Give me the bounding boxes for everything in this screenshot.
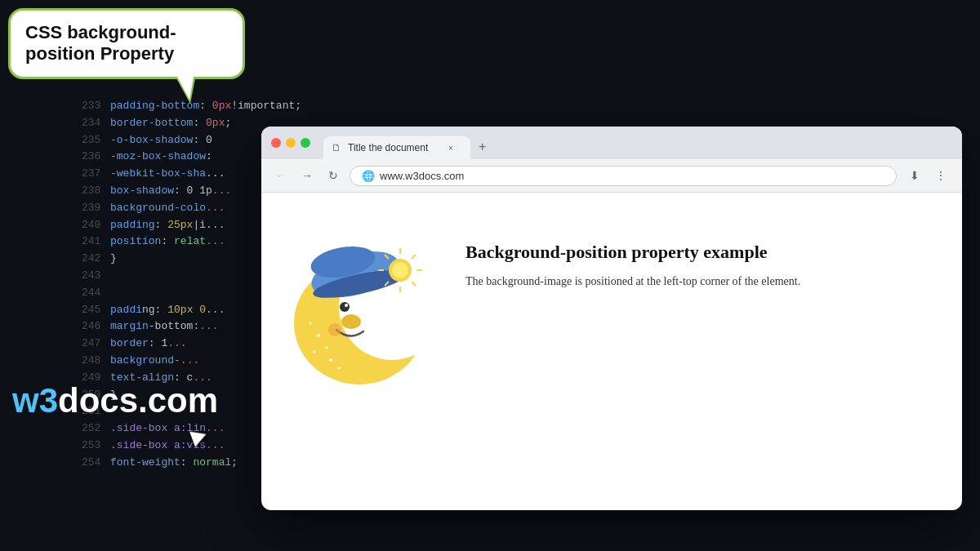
secure-icon: 🌐: [362, 170, 375, 182]
svg-point-5: [340, 302, 350, 312]
svg-line-18: [412, 255, 416, 259]
url-field[interactable]: 🌐 www.w3docs.com: [350, 166, 897, 186]
com-text: .com: [138, 381, 218, 420]
speech-bubble-text: CSS background-position Property: [25, 22, 228, 65]
w3docs-logo: w3docs.com: [12, 381, 218, 420]
svg-point-9: [317, 334, 320, 337]
more-button[interactable]: ⋮: [929, 164, 952, 187]
url-actions: ⬇ ⋮: [903, 164, 952, 187]
tab-title: Title the document: [348, 142, 439, 153]
svg-point-10: [326, 347, 328, 349]
back-button[interactable]: ←: [271, 166, 291, 185]
traffic-light-green[interactable]: [301, 138, 310, 148]
browser-text-content: Background-position property example The…: [466, 209, 938, 290]
moon-illustration: [286, 209, 449, 389]
url-text: www.w3docs.com: [380, 170, 884, 182]
moon-svg: [286, 209, 449, 389]
docs-text: docs: [58, 381, 138, 420]
refresh-button[interactable]: ↻: [323, 166, 343, 185]
svg-point-13: [314, 351, 316, 353]
browser-content: Background-position property example The…: [261, 193, 962, 485]
browser-heading: Background-position property example: [466, 242, 938, 263]
download-button[interactable]: ⬇: [903, 164, 926, 187]
svg-point-8: [328, 323, 341, 336]
w3-text: w3: [12, 381, 58, 420]
traffic-light-yellow[interactable]: [286, 138, 296, 148]
svg-point-14: [338, 367, 341, 370]
browser-subtext: The background-image is positioned at th…: [466, 273, 938, 290]
svg-point-16: [392, 262, 408, 278]
svg-point-7: [341, 314, 361, 329]
tab-favicon-icon: 🗋: [332, 142, 343, 153]
tab-close-button[interactable]: ×: [444, 141, 457, 154]
browser-tab[interactable]: 🗋 Title the document ×: [323, 136, 470, 159]
new-tab-button[interactable]: +: [470, 135, 494, 159]
svg-point-12: [329, 358, 332, 362]
traffic-light-red[interactable]: [271, 138, 281, 148]
forward-button[interactable]: →: [297, 166, 317, 185]
speech-bubble: CSS background-position Property: [8, 8, 245, 79]
svg-point-6: [345, 304, 348, 307]
traffic-lights: [271, 138, 310, 148]
browser-window: 🗋 Title the document × + ← → ↻ 🌐 www.w3d…: [261, 127, 962, 510]
svg-point-11: [310, 322, 312, 325]
url-bar: ← → ↻ 🌐 www.w3docs.com ⬇ ⋮: [261, 159, 962, 193]
